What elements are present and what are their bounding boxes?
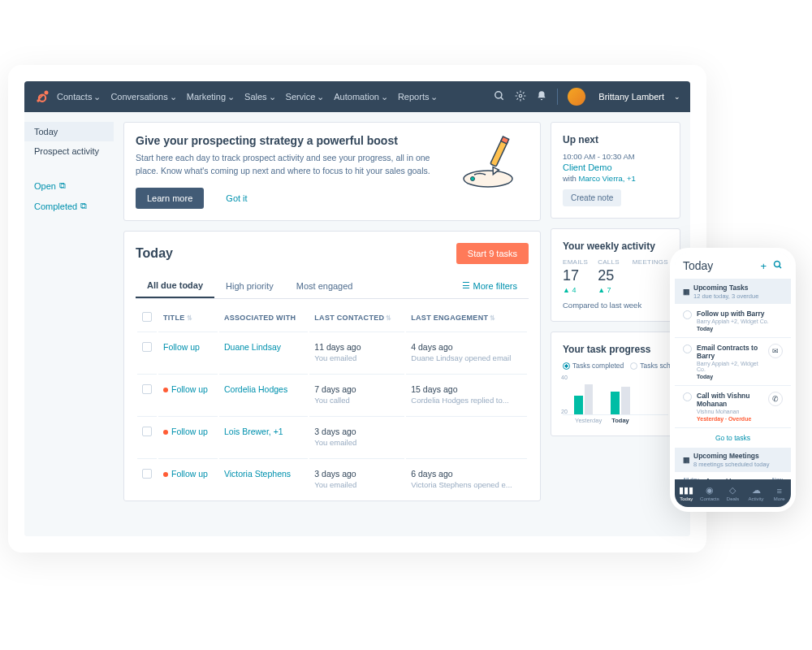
sidebar-item-today[interactable]: Today [24,122,114,141]
col-last-contacted: LAST CONTACTED⇅ [309,306,404,330]
radio-icon [630,362,637,370]
search-icon[interactable] [773,260,783,272]
table-row[interactable]: Follow up Duane Lindsay 11 days agoYou e… [137,332,527,372]
phone-nav-contacts[interactable]: ◉Contacts [698,479,722,507]
task-tabs: All due today High priority Most engaged… [136,274,529,299]
tag-icon: ◇ [729,485,736,496]
svg-point-0 [45,91,49,95]
task-title-link[interactable]: Follow up [171,384,208,394]
task-action-icon[interactable]: ✉ [768,344,783,358]
phone-task-item[interactable]: Follow up with BarryBarry Appiah +2, Wid… [675,304,791,338]
associated-link[interactable]: Victoria Stephens [224,469,291,479]
svg-line-13 [780,266,782,268]
left-sidebar: Today Prospect activity Open ⧉ Completed… [24,112,114,536]
phone-nav-activity[interactable]: ☁Activity [745,479,768,507]
radio-tasks-completed[interactable]: Tasks completed [563,362,624,370]
sidebar-link-open[interactable]: Open ⧉ [24,176,114,196]
col-associated[interactable]: ASSOCIATED WITH [219,306,308,330]
nav-marketing[interactable]: Marketing ⌄ [187,92,235,102]
contacted-sub: You emailed [314,438,400,447]
nav-sales[interactable]: Sales ⌄ [244,92,276,102]
calendar-icon: ▦ [683,456,690,464]
sidebar-link-completed[interactable]: Completed ⧉ [24,196,114,216]
phone-task-item[interactable]: Email Contracts to BarryBarry Appiah +2,… [675,338,791,386]
task-title-link[interactable]: Follow up [171,469,208,479]
svg-point-11 [471,177,475,181]
svg-point-12 [775,261,780,266]
nav-contacts[interactable]: Contacts ⌄ [57,92,101,102]
task-action-icon[interactable]: ✆ [768,392,783,406]
engaged-sub: Duane Lindsay opened email [411,353,522,362]
nav-conversations[interactable]: Conversations ⌄ [110,92,176,102]
engaged-sub: Victoria Stephens opened e... [411,480,522,489]
engaged-sub: Cordelia Hodges replied to... [411,396,522,405]
phone-title: Today [683,259,713,272]
task-checkbox[interactable] [683,392,692,401]
calendar-icon: ▦ [683,288,690,296]
task-checkbox[interactable] [683,344,692,353]
table-row[interactable]: Follow up Lois Brewer, +1 3 days agoYou … [137,416,527,457]
phone-nav-more[interactable]: ≡More [767,479,791,507]
priority-dot-icon [163,430,168,435]
add-icon[interactable]: + [760,260,767,272]
up-next-with: with Marco Vierra, +1 [563,174,668,183]
go-to-tasks-link[interactable]: Go to tasks [675,428,791,448]
create-note-button[interactable]: Create note [563,189,621,206]
row-checkbox[interactable] [142,384,152,394]
chevron-down-icon: ⌄ [430,92,438,102]
phone-screen: Today + ▦ Upcoming Tasks12 due today, 3 … [675,253,791,507]
tab-most-engaged[interactable]: Most engaged [285,275,365,297]
sidebar-item-prospect-activity[interactable]: Prospect activity [24,141,114,161]
banner-title: Give your prospecting strategy a powerfu… [136,134,446,147]
more-filters-button[interactable]: ☰ More filters [451,274,529,297]
user-avatar[interactable] [568,88,585,106]
chevron-down-icon: ⌄ [674,93,680,101]
col-title: TITLE⇅ [158,306,218,330]
table-row[interactable]: Follow up Cordelia Hodges 7 days agoYou … [137,374,527,414]
up-next-time: 10:00 AM - 10:30 AM [563,152,668,161]
phone-nav-deals[interactable]: ◇Deals [721,479,745,507]
got-it-button[interactable]: Got it [214,188,258,209]
table-row[interactable]: Follow up Victoria Stephens 3 days agoYo… [137,458,527,499]
tab-high-priority[interactable]: High priority [214,275,285,297]
select-all-checkbox[interactable] [142,312,152,322]
weekly-heading: Your weekly activity [563,240,668,252]
associated-link[interactable]: Lois Brewer, +1 [224,427,283,436]
compared-label: Compared to last week [563,301,668,310]
phone-task-item[interactable]: Call with Vishnu MohananVishnu MohananYe… [675,386,791,428]
progress-chart: 4020 [563,375,668,415]
row-checkbox[interactable] [142,427,152,436]
bell-icon[interactable] [536,90,547,103]
nav-automation[interactable]: Automation ⌄ [334,92,388,102]
chevron-down-icon: ⌄ [93,92,101,102]
phone-bottom-nav: ▮▮▮Today ◉Contacts ◇Deals ☁Activity ≡Mor… [675,479,791,507]
chevron-down-icon: ⌄ [381,92,388,102]
user-name[interactable]: Brittany Lambert [598,92,664,102]
row-checkbox[interactable] [142,469,152,479]
stat-meetings: MEETINGS [633,258,668,294]
row-checkbox[interactable] [142,342,152,352]
svg-point-6 [520,94,523,98]
tab-all-due-today[interactable]: All due today [136,274,214,298]
phone-nav-today[interactable]: ▮▮▮Today [675,479,698,507]
laptop-frame: Contacts ⌄ Conversations ⌄ Marketing ⌄ S… [8,65,706,552]
weekly-activity-card: Your weekly activity EMAILS 17 ▲ 4 CALLS… [551,228,680,322]
search-icon[interactable] [494,90,505,103]
nav-reports[interactable]: Reports ⌄ [398,92,438,102]
associated-link[interactable]: Duane Lindsay [224,342,281,352]
task-title-link[interactable]: Follow up [171,427,208,436]
main-nav: Contacts ⌄ Conversations ⌄ Marketing ⌄ S… [57,92,494,102]
svg-line-5 [501,98,503,100]
nav-service[interactable]: Service ⌄ [286,92,325,102]
associated-link[interactable]: Cordelia Hodges [224,384,287,394]
settings-gear-icon[interactable] [515,90,526,103]
nav-right: Brittany Lambert ⌄ [494,88,680,106]
contacted-sub: You called [314,396,400,405]
task-title-link[interactable]: Follow up [163,342,200,352]
task-checkbox[interactable] [683,310,692,319]
learn-more-button[interactable]: Learn more [136,188,204,209]
attendee-link[interactable]: Marco Vierra, +1 [579,174,636,183]
start-tasks-button[interactable]: Start 9 tasks [456,243,529,264]
task-progress-card: Your task progress Tasks completed Tasks… [551,332,680,436]
up-next-title[interactable]: Client Demo [563,162,668,172]
